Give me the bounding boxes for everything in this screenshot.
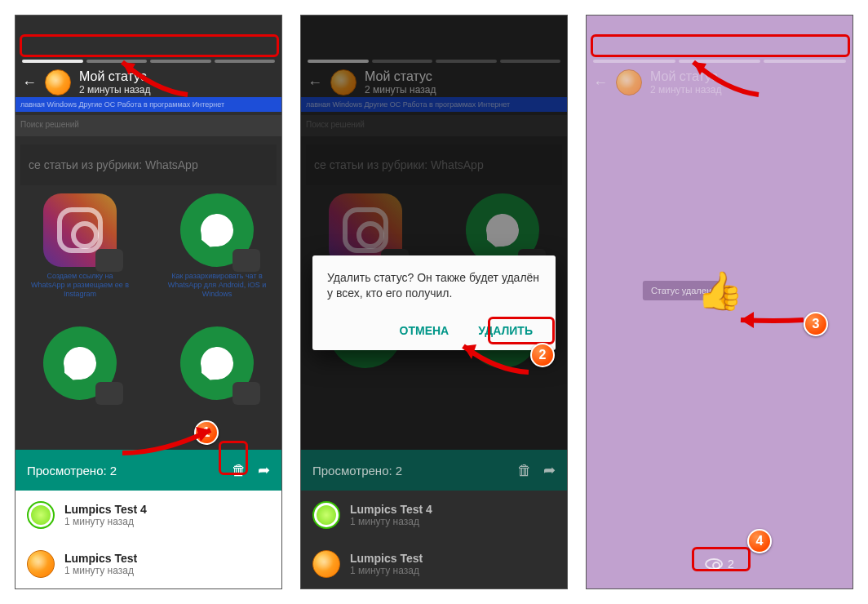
- trash-icon: 🗑: [517, 462, 532, 479]
- search-strip: Поиск решений: [16, 115, 281, 136]
- thumbs-up-icon: 👍: [697, 269, 743, 313]
- viewer-time: 1 минуту назад: [64, 565, 137, 576]
- views-count: 2: [728, 557, 734, 571]
- viewed-count: Просмотрено: 2: [312, 464, 402, 477]
- delete-button[interactable]: УДАЛИТЬ: [470, 319, 541, 342]
- viewed-count: Просмотрено: 2: [27, 464, 117, 477]
- viewers-header: Просмотрено: 2 🗑 ➦: [16, 450, 281, 491]
- viewer-row[interactable]: Lumpics Test 1 минуту назад: [16, 540, 281, 588]
- viewer-time: 1 минуту назад: [64, 516, 147, 527]
- status-header: ← Мой статус 2 минуты назад: [16, 16, 281, 105]
- dialog-message: Удалить статус? Он также будет удалён у …: [327, 270, 541, 301]
- avatar: [27, 550, 55, 578]
- viewer-name: Lumpics Test 4: [64, 503, 147, 516]
- instagram-icon: [43, 193, 117, 267]
- avatar: [45, 69, 71, 95]
- viewers-header: Просмотрено: 2 🗑 ➦: [301, 450, 567, 491]
- viewer-row: Lumpics Test 4 1 минуту назад: [301, 491, 567, 540]
- viewer-time: 1 минуту назад: [350, 565, 423, 576]
- avatar: [312, 550, 340, 578]
- viewer-row: Lumpics Test 1 минуту назад: [301, 540, 567, 588]
- viewer-row[interactable]: Lumpics Test 4 1 минуту назад: [16, 491, 281, 540]
- viewers-sheet: Просмотрено: 2 🗑 ➦ Lumpics Test 4 1 мину…: [301, 450, 567, 588]
- status-header: ← Мой статус 2 минуты назад: [587, 16, 852, 105]
- avatar: [616, 69, 642, 95]
- back-arrow-icon[interactable]: ←: [22, 74, 37, 91]
- article-grid: Создаем ссылку на WhatsApp и размещаем е…: [16, 185, 281, 408]
- eye-icon: [705, 558, 723, 570]
- views-indicator[interactable]: 2: [705, 557, 734, 571]
- panel-3-next-status: ← Мой статус 2 минуты назад Статус удале…: [586, 15, 853, 589]
- back-arrow-icon[interactable]: ←: [593, 74, 608, 91]
- viewers-sheet: Просмотрено: 2 🗑 ➦ Lumpics Test 4 1 мину…: [16, 450, 281, 588]
- viewer-time: 1 минуту назад: [350, 516, 432, 527]
- viewer-name: Lumpics Test: [64, 552, 137, 565]
- panel-1-status-view: лавная Windows Другие ОС Работа в програ…: [15, 15, 282, 589]
- status-time: 2 минуты назад: [79, 84, 150, 95]
- forward-icon[interactable]: ➦: [258, 461, 270, 479]
- progress-bar: [22, 60, 275, 63]
- article-caption: Создаем ссылку на WhatsApp и размещаем е…: [30, 272, 130, 299]
- cancel-button[interactable]: ОТМЕНА: [396, 319, 453, 342]
- avatar: [312, 501, 340, 529]
- rubric-title: се статьи из рубрики: WhatsApp: [20, 144, 277, 185]
- panel-2-delete-dialog: лавная Windows Другие ОС Работа в програ…: [300, 15, 568, 589]
- status-title: Мой статус: [79, 69, 150, 84]
- viewer-name: Lumpics Test 4: [350, 503, 432, 516]
- status-time: 2 минуты назад: [650, 84, 721, 95]
- avatar: [27, 501, 55, 529]
- trash-icon[interactable]: 🗑: [232, 462, 246, 479]
- whatsapp-icon: [180, 193, 254, 267]
- whatsapp-icon: [180, 326, 254, 400]
- status-title: Мой статус: [650, 69, 721, 84]
- whatsapp-icon: [43, 326, 117, 400]
- forward-icon: ➦: [543, 461, 556, 479]
- confirm-dialog: Удалить статус? Он также будет удалён у …: [312, 255, 556, 350]
- article-caption: Как разархивировать чат в WhatsApp для A…: [167, 272, 267, 299]
- viewer-name: Lumpics Test: [350, 552, 423, 565]
- progress-bar: [593, 60, 846, 63]
